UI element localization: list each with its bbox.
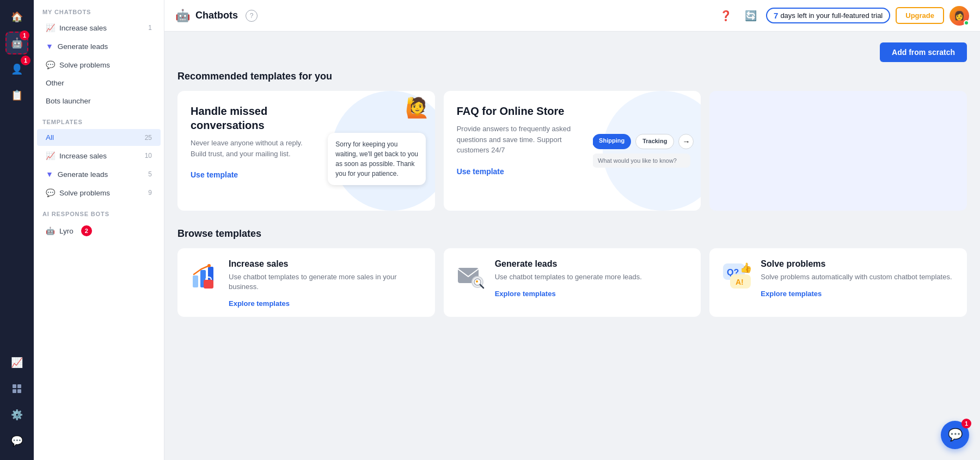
sidebar-item-generate-leads[interactable]: ▼ Generate leads	[37, 38, 161, 55]
sidebar-item-other[interactable]: Other	[37, 75, 161, 91]
main-panel: 🤖 Chatbots ? ❓ 🔄 7 days left in your ful…	[164, 0, 980, 460]
browse-card-increase-sales: Increase sales Use chatbot templates to …	[177, 248, 435, 317]
sidebar-item-solve-problems[interactable]: 💬 Solve problems	[37, 56, 161, 73]
sidebar-template-increase-sales[interactable]: 📈 Increase sales 10	[37, 147, 161, 164]
lyro-badge: 2	[81, 225, 92, 236]
generate-leads-illustration	[455, 259, 487, 292]
all-count: 25	[145, 134, 152, 142]
svg-rect-4	[204, 280, 213, 289]
header-title: Chatbots	[195, 10, 238, 21]
template1-use-template-link[interactable]: Use template	[191, 170, 238, 179]
nav-home[interactable]: 🏠	[5, 5, 28, 28]
browse-card-generate-leads-desc: Use chatbot templates to generate more l…	[495, 272, 642, 282]
lyro-robot-icon: 🤖	[46, 226, 55, 235]
chat-ui-mock: Shipping Tracking → What would you like …	[593, 134, 701, 168]
browse-card-increase-sales-desc: Use chatbot templates to generate more s…	[229, 272, 424, 292]
svg-text:👍: 👍	[740, 262, 752, 274]
users-badge: 1	[21, 56, 30, 65]
browse-card-solve-problems-desc: Solve problems automatically with custom…	[761, 272, 952, 282]
upgrade-button[interactable]: Upgrade	[896, 7, 944, 24]
increase-sales-illustration	[188, 259, 221, 292]
nav-bar: 🏠 🤖 1 👤 1 📋 📈 ⚙️ 💬	[0, 0, 34, 460]
trial-text: days left in your full-featured trial	[780, 11, 883, 20]
sidebar-item-label: Generate leads	[58, 170, 108, 179]
template1-chat-bubble: Sorry for keeping you waiting, we'll get…	[328, 133, 426, 185]
shipping-button[interactable]: Shipping	[593, 134, 631, 149]
sidebar-item-label: Bots launcher	[46, 97, 91, 105]
browse-card-solve-problems-text: Solve problems Solve problems automatica…	[761, 259, 952, 308]
nav-analytics[interactable]: 📈	[5, 351, 28, 374]
increase-sales-count: 1	[148, 24, 152, 32]
sidebar-item-lyro[interactable]: 🤖 Lyro 2	[37, 221, 161, 241]
sidebar-item-label: Increase sales	[59, 152, 107, 160]
chat-widget[interactable]: 💬 1	[941, 421, 969, 449]
tracking-button[interactable]: Tracking	[635, 134, 674, 149]
nav-settings[interactable]: ⚙️	[5, 403, 28, 426]
browse-card-solve-problems-title: Solve problems	[761, 259, 952, 269]
explore-increase-sales-link[interactable]: Explore templates	[229, 299, 290, 308]
sidebar-template-all[interactable]: All 25	[37, 129, 161, 146]
nav-support[interactable]: 💬	[5, 430, 28, 452]
sidebar-item-bots-launcher[interactable]: Bots launcher	[37, 93, 161, 109]
template1-illustration: 🙋 Sorry for keeping you waiting, we'll g…	[319, 91, 435, 211]
template1-title: Handle missed conversations	[191, 104, 318, 132]
add-from-scratch-button[interactable]: Add from scratch	[880, 42, 967, 62]
template2-use-template-link[interactable]: Use template	[457, 167, 504, 176]
recommended-section-title: Recommended templates for you	[177, 71, 967, 82]
browse-section-title: Browse templates	[177, 228, 967, 240]
template-card-faq: FAQ for Online Store Provide answers to …	[444, 91, 701, 211]
recommended-templates-row: Handle missed conversations Never leave …	[177, 91, 967, 211]
sidebar: MY CHATBOTS 📈 Increase sales 1 ▼ Generat…	[34, 0, 164, 460]
solve-problems-template-count: 9	[148, 189, 152, 197]
templates-label: TEMPLATES	[34, 110, 164, 128]
chatbots-badge: 1	[20, 30, 29, 40]
template2-desc: Provide answers to frequently asked ques…	[457, 124, 586, 156]
chat-buttons-row: Shipping Tracking →	[593, 134, 694, 149]
header-help-icon[interactable]: ?	[246, 10, 258, 22]
explore-solve-problems-link[interactable]: Explore templates	[761, 290, 822, 298]
nav-contacts[interactable]: 📋	[5, 84, 28, 107]
increase-sales-icon: 📈	[46, 23, 55, 32]
header: 🤖 Chatbots ? ❓ 🔄 7 days left in your ful…	[164, 0, 980, 32]
trial-badge: 7 days left in your full-featured trial	[766, 8, 890, 23]
sidebar-item-label: Other	[46, 79, 64, 87]
template2-illustration: Shipping Tracking → What would you like …	[593, 91, 701, 211]
explore-generate-leads-link[interactable]: Explore templates	[495, 290, 556, 298]
help-circle-icon[interactable]: ❓	[716, 6, 736, 26]
refresh-icon[interactable]: 🔄	[741, 6, 761, 26]
sidebar-item-label: Generate leads	[58, 42, 108, 51]
next-arrow-button[interactable]: →	[678, 134, 694, 149]
browse-card-generate-leads: Generate leads Use chatbot templates to …	[444, 248, 701, 317]
browse-card-generate-leads-title: Generate leads	[495, 259, 642, 269]
header-logo: 🤖	[175, 9, 190, 23]
template2-title: FAQ for Online Store	[457, 104, 586, 118]
chat-ask-text: What would you like to know?	[593, 154, 690, 168]
sidebar-template-solve-problems[interactable]: 💬 Solve problems 9	[37, 184, 161, 201]
nav-apps[interactable]	[5, 377, 28, 400]
svg-rect-0	[193, 275, 198, 287]
browse-card-generate-leads-text: Generate leads Use chatbot templates to …	[495, 259, 642, 308]
solve-problems-illustration: Q? A! 👍	[720, 259, 753, 292]
nav-chatbots[interactable]: 🤖 1	[5, 32, 28, 54]
svg-text:A!: A!	[736, 278, 744, 286]
template-card-handle-missed: Handle missed conversations Never leave …	[177, 91, 435, 211]
svg-point-3	[207, 264, 211, 267]
ai-bots-label: AI RESPONSE BOTS	[34, 202, 164, 220]
template-card-placeholder	[709, 91, 967, 211]
sidebar-item-label: All	[46, 133, 54, 142]
user-avatar[interactable]: 👩	[950, 6, 969, 26]
solve-problems-icon: 💬	[46, 60, 55, 69]
online-indicator	[964, 20, 969, 26]
generate-leads-icon: ▼	[46, 42, 53, 51]
sidebar-item-increase-sales[interactable]: 📈 Increase sales 1	[37, 19, 161, 36]
sidebar-template-generate-leads[interactable]: ▼ Generate leads 5	[37, 165, 161, 183]
template-generate-leads-icon: ▼	[46, 170, 53, 179]
browse-card-increase-sales-text: Increase sales Use chatbot templates to …	[229, 259, 424, 308]
increase-sales-template-count: 10	[145, 152, 152, 160]
chat-widget-badge: 1	[961, 419, 971, 428]
browse-card-solve-problems: Q? A! 👍 Solve problems Solve problems au…	[709, 248, 967, 317]
nav-users[interactable]: 👤 1	[5, 58, 28, 81]
template-solve-problems-icon: 💬	[46, 188, 55, 197]
trial-days: 7	[774, 11, 778, 20]
lyro-label: Lyro	[59, 227, 74, 235]
